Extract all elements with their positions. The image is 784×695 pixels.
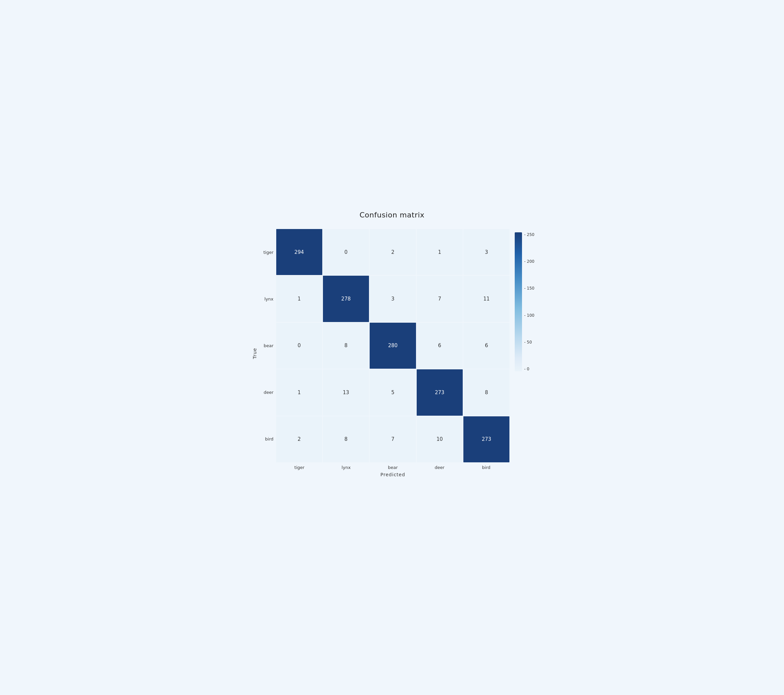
y-label-bird: bird: [260, 416, 273, 462]
y-axis-label-container: True: [250, 229, 260, 478]
y-labels: tigerlynxbeardeerbird: [260, 229, 276, 462]
matrix-cell-0-1: 0: [323, 229, 369, 275]
matrix-cell-0-2: 2: [370, 229, 416, 275]
colorbar-label-0: - 0: [524, 367, 534, 371]
colorbar-label-150: - 150: [524, 286, 534, 291]
matrix-cell-3-4: 8: [463, 369, 509, 415]
colorbar-labels: - 250- 200- 150- 100- 50- 0: [524, 232, 534, 371]
colorbar-label-250: - 250: [524, 232, 534, 237]
matrix-cell-0-4: 3: [463, 229, 509, 275]
matrix-cell-1-1: 278: [323, 276, 369, 322]
matrix-and-x: tigerlynxbeardeerbird 294021312783711082…: [260, 229, 510, 478]
colorbar-gradient: [515, 232, 522, 371]
matrix-cell-4-2: 7: [370, 416, 416, 462]
matrix-cell-1-4: 11: [463, 276, 509, 322]
matrix-cell-3-3: 273: [417, 369, 463, 415]
colorbar-label-100: - 100: [524, 313, 534, 318]
matrix-cell-4-0: 2: [276, 416, 322, 462]
matrix-cell-0-3: 1: [417, 229, 463, 275]
matrix-cell-1-0: 1: [276, 276, 322, 322]
matrix-cell-2-3: 6: [417, 323, 463, 369]
x-labels: tigerlynxbeardeerbird: [276, 465, 510, 470]
matrix-cell-1-3: 7: [417, 276, 463, 322]
y-label-tiger: tiger: [260, 229, 273, 276]
colorbar-label-200: - 200: [524, 259, 534, 264]
y-label-deer: deer: [260, 369, 273, 416]
x-label-tiger: tiger: [276, 465, 323, 470]
matrix-cell-3-0: 1: [276, 369, 322, 415]
matrix-grid: 29402131278371108280661135273828710273: [276, 229, 510, 462]
y-label-bear: bear: [260, 322, 273, 369]
x-axis-title: Predicted: [380, 472, 405, 477]
colorbar-label-50: - 50: [524, 340, 534, 345]
chart-title: Confusion matrix: [250, 211, 535, 219]
y-axis-title: True: [252, 348, 257, 359]
chart-body: True tigerlynxbeardeerbird 2940213127837…: [250, 229, 535, 478]
matrix-cell-4-4: 273: [463, 416, 509, 462]
matrix-cell-4-1: 8: [323, 416, 369, 462]
x-label-lynx: lynx: [323, 465, 369, 470]
x-label-bird: bird: [463, 465, 509, 470]
y-labels-and-matrix: tigerlynxbeardeerbird 294021312783711082…: [260, 229, 510, 462]
x-label-deer: deer: [416, 465, 463, 470]
matrix-cell-3-1: 13: [323, 369, 369, 415]
matrix-cell-2-1: 8: [323, 323, 369, 369]
x-labels-container: tigerlynxbeardeerbird Predicted: [260, 462, 510, 478]
matrix-cell-2-2: 280: [370, 323, 416, 369]
colorbar-wrapper: - 250- 200- 150- 100- 50- 0: [515, 229, 534, 478]
matrix-cell-0-0: 294: [276, 229, 322, 275]
matrix-cell-4-3: 10: [417, 416, 463, 462]
matrix-cell-2-0: 0: [276, 323, 322, 369]
matrix-cell-3-2: 5: [370, 369, 416, 415]
x-axis-title-row: Predicted: [276, 471, 510, 478]
confusion-matrix-chart: Confusion matrix True tigerlynxbeardeerb…: [243, 197, 541, 498]
matrix-cell-1-2: 3: [370, 276, 416, 322]
matrix-cell-2-4: 6: [463, 323, 509, 369]
x-label-bear: bear: [369, 465, 416, 470]
y-label-lynx: lynx: [260, 276, 273, 322]
